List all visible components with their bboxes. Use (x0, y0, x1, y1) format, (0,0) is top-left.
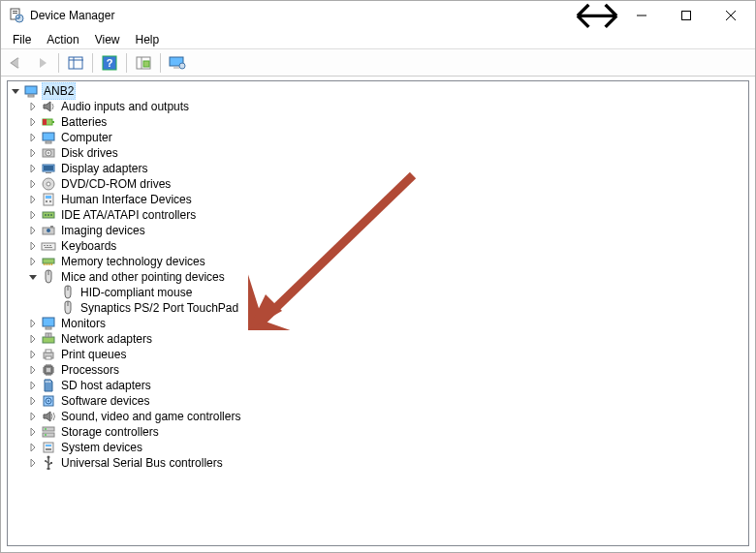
tree-node-label: Keyboards (59, 238, 118, 254)
monitor-icon (41, 316, 56, 331)
tree-category-node[interactable]: IDE ATA/ATAPI controllers (27, 207, 746, 223)
svg-rect-2 (13, 13, 17, 14)
battery-icon (41, 114, 56, 130)
tree-category-node[interactable]: Processors (27, 362, 746, 378)
display-adapter-icon (41, 161, 56, 176)
tree-category-node[interactable]: Storage controllers (27, 424, 746, 440)
expand-icon[interactable] (27, 240, 39, 252)
expand-icon[interactable] (27, 380, 39, 391)
help-button[interactable]: ? (98, 52, 121, 74)
expand-icon[interactable] (27, 178, 39, 190)
svg-rect-5 (16, 17, 19, 18)
svg-point-72 (47, 400, 49, 402)
expand-icon[interactable] (27, 364, 39, 376)
expand-icon[interactable] (27, 426, 39, 438)
tree-category-node[interactable]: Audio inputs and outputs (27, 99, 746, 114)
storage-icon (41, 424, 56, 440)
expand-icon[interactable] (27, 163, 39, 174)
tree-category-node[interactable]: Mice and other pointing devices (27, 269, 746, 285)
software-icon (41, 393, 56, 409)
expand-icon[interactable] (27, 147, 39, 159)
device-tree-pane[interactable]: ANB2Audio inputs and outputsBatteriesCom… (7, 80, 749, 546)
tree-category-node[interactable]: Sound, video and game controllers (27, 409, 746, 424)
svg-rect-39 (49, 200, 51, 202)
show-hide-tree-button[interactable] (64, 52, 87, 74)
close-button[interactable] (709, 1, 753, 30)
expand-icon[interactable] (27, 209, 39, 221)
tree-category-node[interactable]: Imaging devices (27, 223, 746, 238)
tree-category-node[interactable]: Disk drives (27, 145, 746, 161)
window-title: Device Manager (30, 9, 114, 22)
expand-icon[interactable] (27, 349, 39, 360)
expand-icon[interactable] (27, 457, 39, 469)
tree-category-node[interactable]: System devices (27, 440, 746, 455)
optical-icon (41, 176, 56, 192)
svg-rect-77 (44, 443, 53, 452)
toolbar-separator (160, 53, 161, 73)
maximize-button[interactable] (664, 1, 709, 30)
tree-node-label: IDE ATA/ATAPI controllers (59, 207, 198, 223)
device-manager-icon (9, 8, 24, 23)
scan-hardware-button[interactable] (132, 52, 155, 74)
svg-point-20 (179, 63, 185, 69)
expand-icon[interactable] (27, 101, 39, 112)
tree-category-node[interactable]: Human Interface Devices (27, 192, 746, 207)
svg-rect-22 (28, 95, 34, 97)
tree-category-node[interactable]: Memory technology devices (27, 254, 746, 269)
tree-category-node[interactable]: Monitors (27, 316, 746, 331)
expand-icon[interactable] (27, 256, 39, 267)
monitor-button[interactable] (166, 52, 189, 74)
svg-point-76 (45, 434, 47, 436)
sound-icon (41, 409, 56, 424)
menu-action[interactable]: Action (39, 31, 86, 48)
svg-point-81 (45, 460, 47, 462)
tree-category-node[interactable]: DVD/CD-ROM drives (27, 176, 746, 192)
minimize-button[interactable] (619, 1, 664, 30)
svg-rect-24 (52, 121, 54, 123)
collapse-icon[interactable] (27, 271, 39, 283)
tree-category-node[interactable]: Universal Serial Bus controllers (27, 455, 746, 471)
menu-help[interactable]: Help (128, 31, 168, 48)
expand-icon[interactable] (27, 333, 39, 345)
menu-file[interactable]: File (5, 31, 39, 48)
toolbar-separator (58, 53, 59, 73)
expand-icon[interactable] (27, 395, 39, 407)
svg-rect-82 (50, 462, 52, 464)
expand-icon[interactable] (27, 411, 39, 422)
tree-category-node[interactable]: Batteries (27, 114, 746, 130)
mouse-icon (60, 300, 76, 316)
tree-node-label: Computer (59, 130, 114, 145)
svg-rect-79 (46, 448, 51, 450)
svg-rect-60 (43, 337, 54, 343)
tree-category-node[interactable]: Network adapters (27, 331, 746, 347)
mouse-icon (60, 285, 76, 300)
tree-device-node[interactable]: Synaptics PS/2 Port TouchPad (47, 300, 746, 316)
expand-icon[interactable] (27, 442, 39, 453)
expand-icon[interactable] (27, 318, 39, 329)
tree-category-node[interactable]: Print queues (27, 347, 746, 362)
tree-device-node[interactable]: HID-compliant mouse (47, 285, 746, 300)
tree-root-node[interactable]: ANB2 (10, 83, 746, 99)
svg-point-75 (45, 428, 47, 430)
tree-category-node[interactable]: Keyboards (27, 238, 746, 254)
svg-rect-47 (42, 243, 55, 250)
expand-icon[interactable] (27, 132, 39, 143)
svg-rect-42 (47, 214, 49, 216)
tree-category-node[interactable]: Software devices (27, 393, 746, 409)
expand-icon[interactable] (27, 225, 39, 236)
tree-category-node[interactable]: Display adapters (27, 161, 746, 176)
svg-rect-52 (43, 259, 54, 263)
svg-rect-55 (47, 263, 48, 265)
forward-button[interactable] (30, 52, 53, 74)
collapse-icon[interactable] (10, 85, 21, 97)
svg-rect-83 (47, 468, 50, 470)
svg-rect-36 (44, 194, 53, 205)
back-button[interactable] (5, 52, 28, 74)
tree-node-label: Print queues (59, 347, 128, 362)
expand-icon[interactable] (27, 116, 39, 128)
tree-category-node[interactable]: Computer (27, 130, 746, 145)
tree-category-node[interactable]: SD host adapters (27, 378, 746, 393)
expand-icon[interactable] (27, 194, 39, 205)
menu-view[interactable]: View (87, 31, 128, 48)
sd-icon (41, 378, 56, 393)
